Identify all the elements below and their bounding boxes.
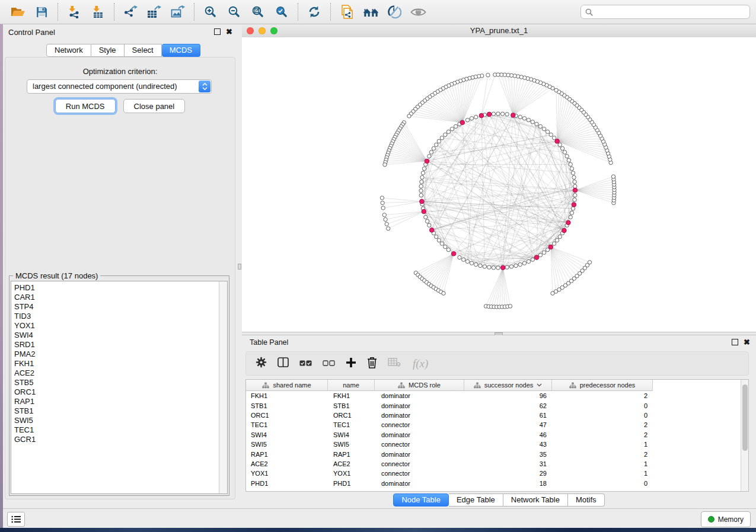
column-header-MCDS-role[interactable]: MCDS role [375, 380, 464, 391]
mcds-result-item[interactable]: ACE2 [11, 368, 219, 378]
ring-node[interactable] [437, 139, 441, 143]
dominator-node[interactable] [479, 113, 484, 118]
ring-node[interactable] [570, 167, 573, 171]
satellite-node[interactable] [486, 73, 490, 77]
table-scrollbar[interactable] [741, 380, 748, 491]
ring-node[interactable] [527, 118, 530, 121]
close-table-panel-button[interactable]: ✖ [744, 339, 750, 345]
ring-node[interactable] [505, 265, 509, 269]
ring-node[interactable] [549, 133, 553, 136]
satellite-node[interactable] [588, 261, 591, 264]
dominator-node[interactable] [451, 251, 456, 256]
ring-node[interactable] [569, 162, 572, 166]
ring-node[interactable] [573, 184, 577, 188]
ring-node[interactable] [522, 117, 526, 120]
table-row[interactable]: SWI4SWI4dominator462 [246, 430, 748, 440]
ring-node[interactable] [420, 175, 424, 179]
ring-node[interactable] [573, 198, 576, 201]
satellite-node[interactable] [611, 175, 615, 178]
ring-node[interactable] [435, 143, 438, 146]
ring-node[interactable] [514, 264, 518, 267]
export-network-button[interactable] [119, 2, 142, 22]
ring-node[interactable] [552, 136, 556, 140]
table-row[interactable]: ACE2ACE2connector311 [246, 459, 748, 469]
show-graphics-details-button[interactable] [406, 2, 430, 22]
ring-node[interactable] [428, 223, 431, 227]
dominator-node[interactable] [573, 188, 578, 193]
zoom-selected-button[interactable] [270, 2, 294, 22]
ring-node[interactable] [422, 167, 426, 171]
delete-columns-button[interactable] [367, 357, 377, 371]
ring-node[interactable] [446, 130, 450, 133]
mcds-result-item[interactable]: TEC1 [11, 425, 219, 435]
mcds-result-item[interactable]: YOX1 [11, 321, 219, 331]
deselect-all-button[interactable] [323, 358, 335, 369]
tab-motifs[interactable]: Motifs [568, 493, 605, 507]
show-columns-button[interactable] [277, 357, 289, 370]
open-file-button[interactable] [6, 2, 30, 22]
tab-node-table[interactable]: Node Table [393, 493, 449, 507]
ring-node[interactable] [500, 112, 504, 116]
ring-node[interactable] [444, 133, 447, 136]
close-panel-action-button[interactable]: Close panel [123, 99, 186, 113]
column-header-name[interactable]: name [328, 380, 375, 391]
create-column-button[interactable] [346, 357, 356, 370]
criterion-select[interactable]: largest connected component (undirected) [27, 79, 212, 94]
mcds-result-item[interactable]: SWI5 [11, 416, 219, 425]
network-window-titlebar[interactable]: YPA_prune.txt_1 [242, 24, 756, 38]
ring-node[interactable] [492, 266, 495, 270]
dominator-node[interactable] [562, 228, 567, 233]
mcds-result-item[interactable]: CAR1 [11, 293, 219, 302]
ring-node[interactable] [527, 259, 530, 263]
ring-node[interactable] [505, 113, 509, 116]
ring-node[interactable] [424, 215, 428, 219]
ring-node[interactable] [535, 122, 538, 126]
dominator-node[interactable] [500, 265, 505, 270]
ring-node[interactable] [546, 130, 549, 133]
tab-mcds[interactable]: MCDS [162, 44, 200, 57]
dominator-node[interactable] [566, 220, 571, 225]
ring-node[interactable] [496, 112, 500, 116]
ring-node[interactable] [420, 180, 423, 184]
table-row[interactable]: ORC1ORC1dominator610 [246, 411, 748, 420]
memory-button[interactable]: Memory [701, 511, 751, 527]
splitter-grip[interactable] [238, 264, 241, 270]
ring-node[interactable] [558, 143, 562, 146]
ring-node[interactable] [419, 193, 423, 197]
mcds-result-item[interactable]: ORC1 [11, 387, 219, 397]
run-mcds-button[interactable]: Run MCDS [55, 99, 116, 113]
dominator-node[interactable] [422, 209, 426, 214]
ring-node[interactable] [509, 265, 513, 268]
task-history-button[interactable] [7, 512, 25, 527]
satellite-node[interactable] [385, 222, 388, 226]
dominator-node[interactable] [511, 113, 516, 118]
dominator-node[interactable] [460, 120, 465, 125]
ring-node[interactable] [496, 266, 500, 270]
ring-node[interactable] [437, 238, 441, 242]
mcds-result-item[interactable]: SWI4 [11, 331, 219, 340]
mcds-result-item[interactable]: STB5 [11, 378, 219, 387]
refresh-button[interactable] [302, 2, 326, 22]
ring-node[interactable] [531, 120, 534, 124]
tab-select[interactable]: Select [125, 44, 162, 57]
ring-node[interactable] [435, 235, 438, 238]
dominator-node[interactable] [487, 112, 492, 117]
mcds-result-item[interactable]: PHD1 [11, 283, 219, 293]
ring-node[interactable] [470, 117, 473, 120]
ring-node[interactable] [444, 245, 447, 248]
mcds-result-list[interactable]: PHD1CAR1STP4TID3YOX1SWI4SRD1PMA2FKH1ACE2… [11, 281, 228, 494]
ring-node[interactable] [450, 127, 454, 131]
ring-node[interactable] [429, 150, 433, 154]
ring-node[interactable] [432, 146, 435, 150]
ring-node[interactable] [555, 238, 559, 242]
mcds-result-item[interactable]: STB1 [11, 406, 219, 416]
ring-node[interactable] [572, 175, 576, 179]
table-row[interactable]: FKH1FKH1dominator962 [246, 391, 748, 400]
ring-node[interactable] [470, 261, 473, 265]
table-row[interactable]: STB1STB1dominator620 [246, 400, 748, 410]
dominator-node[interactable] [572, 203, 576, 207]
satellite-node[interactable] [407, 114, 411, 118]
satellite-node[interactable] [382, 213, 386, 217]
float-table-panel-button[interactable] [732, 339, 738, 345]
mcds-result-item[interactable]: STP4 [11, 302, 219, 312]
